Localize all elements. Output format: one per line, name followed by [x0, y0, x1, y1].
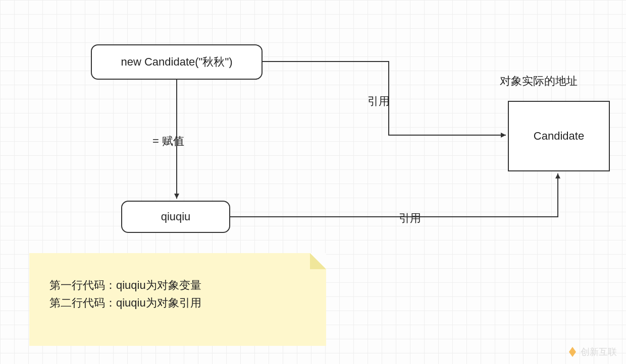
label-address-title: 对象实际的地址: [500, 74, 578, 89]
node-candidate-object: Candidate: [508, 101, 610, 171]
node-qiuqiu: qiuqiu: [121, 201, 230, 233]
node-new-candidate: new Candidate("秋秋"): [91, 44, 263, 80]
label-ref-top: 引用: [368, 94, 390, 109]
watermark-logo-icon: [567, 347, 578, 357]
node-new-candidate-text: new Candidate("秋秋"): [121, 54, 232, 70]
note-line-1: 第一行代码：qiuqiu为对象变量: [49, 276, 306, 294]
node-qiuqiu-text: qiuqiu: [161, 210, 191, 223]
label-ref-bottom: 引用: [399, 211, 421, 226]
watermark-text: 创新互联: [581, 346, 617, 358]
label-assign: = 赋值: [152, 134, 184, 149]
sticky-note: 第一行代码：qiuqiu为对象变量 第二行代码：qiuqiu为对象引用: [29, 253, 326, 346]
edge-ref-bottom: [230, 173, 558, 217]
node-candidate-text: Candidate: [534, 130, 584, 143]
watermark: 创新互联: [567, 346, 617, 358]
note-line-2: 第二行代码：qiuqiu为对象引用: [49, 294, 306, 312]
